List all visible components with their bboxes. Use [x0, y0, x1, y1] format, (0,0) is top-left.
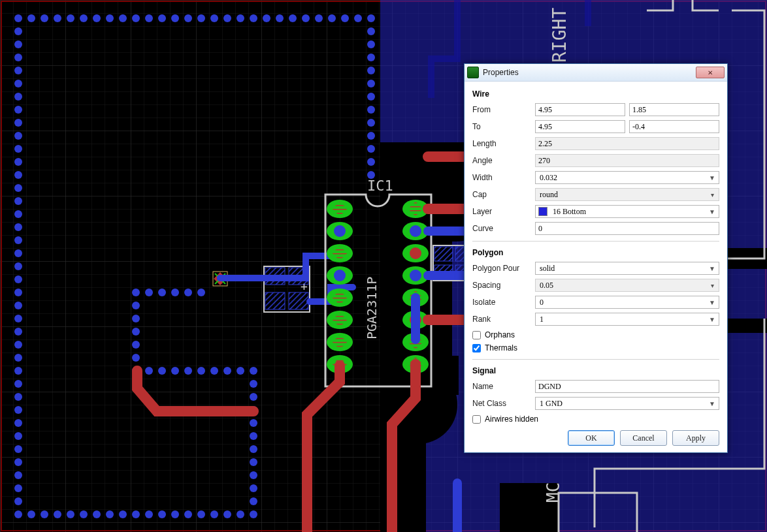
svg-point-60 — [14, 236, 22, 244]
layer-swatch-icon — [538, 207, 547, 216]
apply-button[interactable]: Apply — [672, 430, 719, 446]
svg-point-138 — [367, 119, 375, 127]
svg-point-89 — [119, 510, 127, 518]
ic-value: PGA2311P — [364, 277, 380, 339]
airwires-checkbox-row: Airwires hidden — [472, 413, 719, 425]
svg-point-108 — [250, 393, 257, 401]
cancel-button[interactable]: Cancel — [620, 430, 667, 446]
svg-point-130 — [197, 289, 205, 296]
svg-point-48 — [14, 80, 22, 87]
svg-point-41 — [341, 14, 349, 22]
from-y-input[interactable] — [629, 103, 719, 116]
orphans-checkbox[interactable] — [472, 331, 481, 339]
svg-point-124 — [132, 302, 140, 309]
angle-label: Angle — [472, 156, 535, 165]
isolate-select[interactable]: 0 ▼ — [535, 296, 719, 309]
curve-input[interactable] — [535, 222, 719, 235]
svg-point-102 — [250, 471, 257, 479]
chevron-down-icon: ▼ — [707, 316, 717, 323]
airwires-label: Airwires hidden — [485, 415, 538, 424]
svg-point-132 — [367, 40, 375, 48]
svg-point-111 — [237, 367, 244, 375]
svg-point-134 — [367, 67, 375, 74]
to-x-input[interactable] — [535, 120, 625, 133]
chevron-down-icon: ▾ — [707, 282, 717, 289]
svg-point-61 — [14, 249, 22, 257]
layer-select[interactable]: 16 Bottom ▼ — [535, 205, 719, 218]
svg-point-25 — [132, 14, 140, 22]
svg-point-28 — [171, 14, 179, 22]
divider — [472, 241, 719, 242]
pour-select[interactable]: solid ▼ — [535, 262, 719, 275]
svg-point-38 — [302, 14, 310, 22]
width-label: Width — [472, 173, 535, 182]
svg-point-58 — [14, 210, 22, 218]
svg-point-103 — [250, 458, 257, 466]
svg-point-52 — [14, 132, 22, 140]
dialog-titlebar[interactable]: Properties ✕ — [465, 64, 727, 82]
svg-point-36 — [276, 14, 284, 22]
cap-select[interactable]: round ▾ — [535, 188, 719, 201]
section-wire-heading: Wire — [472, 89, 719, 99]
ic-ref: IC1 — [367, 178, 393, 194]
svg-point-114 — [197, 367, 205, 375]
svg-point-69 — [14, 354, 22, 362]
svg-point-82 — [27, 510, 35, 518]
svg-point-141 — [367, 158, 375, 166]
svg-rect-147 — [265, 292, 285, 309]
svg-point-109 — [250, 380, 257, 388]
svg-point-94 — [184, 510, 192, 518]
svg-point-116 — [171, 367, 179, 375]
svg-point-91 — [145, 510, 153, 518]
svg-point-99 — [250, 510, 257, 518]
rank-select[interactable]: 1 ▼ — [535, 313, 719, 326]
svg-point-55 — [14, 171, 22, 179]
svg-point-135 — [367, 80, 375, 87]
chevron-down-icon: ▼ — [707, 174, 717, 181]
thermals-checkbox[interactable] — [472, 344, 481, 352]
svg-point-33 — [237, 14, 244, 22]
svg-point-117 — [158, 367, 166, 375]
netclass-label: Net Class — [472, 399, 535, 408]
svg-point-97 — [223, 510, 231, 518]
svg-point-42 — [354, 14, 362, 22]
signal-name-input[interactable] — [535, 380, 719, 393]
svg-point-77 — [14, 458, 22, 466]
svg-point-74 — [14, 419, 22, 427]
svg-point-46 — [14, 54, 22, 61]
svg-point-39 — [315, 14, 323, 22]
svg-point-86 — [80, 510, 88, 518]
svg-point-65 — [14, 302, 22, 309]
svg-point-79 — [14, 484, 22, 492]
svg-point-113 — [210, 367, 218, 375]
svg-point-75 — [14, 432, 22, 440]
to-y-input[interactable] — [629, 120, 719, 133]
length-field — [535, 137, 719, 150]
ok-button[interactable]: OK — [568, 430, 615, 446]
airwires-checkbox[interactable] — [472, 415, 481, 424]
chevron-down-icon: ▾ — [707, 191, 717, 198]
close-button[interactable]: ✕ — [696, 67, 725, 78]
angle-field — [535, 154, 719, 167]
svg-point-140 — [367, 145, 375, 153]
from-x-input[interactable] — [535, 103, 625, 116]
svg-point-20 — [67, 14, 74, 22]
svg-point-98 — [237, 510, 244, 518]
chevron-down-icon: ▼ — [707, 400, 717, 407]
svg-point-154 — [334, 225, 346, 237]
svg-point-133 — [367, 54, 375, 61]
chevron-down-icon: ▼ — [707, 299, 717, 306]
svg-point-136 — [367, 93, 375, 101]
svg-point-174 — [410, 270, 421, 281]
svg-point-104 — [250, 445, 257, 453]
svg-point-123 — [132, 315, 140, 322]
svg-point-88 — [106, 510, 114, 518]
netclass-select[interactable]: 1 GND ▼ — [535, 397, 719, 410]
width-select[interactable]: 0.032 ▼ — [535, 171, 719, 184]
chevron-down-icon: ▼ — [707, 265, 717, 272]
spacing-select[interactable]: 0.05 ▾ — [535, 279, 719, 292]
svg-point-62 — [14, 262, 22, 270]
svg-point-118 — [145, 367, 153, 375]
thermals-label: Thermals — [485, 343, 517, 352]
svg-point-19 — [54, 14, 61, 22]
